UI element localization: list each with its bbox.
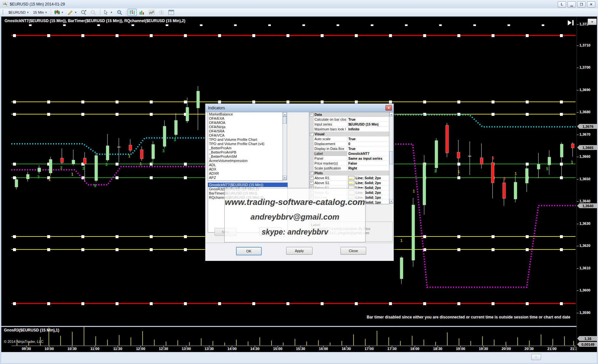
property-value[interactable]: GnostickNT7 — [347, 151, 389, 156]
indicator-list-item[interactable]: ADX — [208, 167, 283, 171]
property-gutter: − — [309, 132, 314, 136]
indicator-list-item[interactable]: TPO and Volume Profile Chart — [208, 138, 283, 142]
indicator-list-item[interactable]: _BetterProAmSM — [208, 155, 283, 159]
property-row[interactable]: Price marker(s)False — [309, 161, 389, 166]
scrollbar-grip-button[interactable]: ⁞⁞ — [531, 354, 541, 360]
svg-text:1: 1 — [515, 171, 517, 176]
scrollbar-thumb[interactable] — [389, 151, 393, 164]
property-value[interactable]: False — [347, 161, 389, 166]
property-row[interactable]: Maximum bars look lInfinite — [309, 127, 389, 132]
indicator-list-item[interactable]: OFA/MOA — [208, 121, 283, 125]
watermark-text: skype: andreybbrv — [218, 228, 371, 236]
property-row[interactable]: Calculate on bar closTrue — [309, 117, 389, 122]
indicator-list-item[interactable]: ADL — [208, 163, 283, 167]
available-list-scrollbar[interactable]: ▲ ▼ — [283, 112, 287, 180]
price-tick-dash — [577, 90, 578, 90]
svg-text:3: 3 — [434, 169, 437, 173]
panel-splitter[interactable] — [1, 326, 597, 327]
dialog-titlebar[interactable]: Indicators — [205, 104, 394, 112]
property-label: Above R1 — [314, 176, 347, 180]
property-gutter: − — [309, 171, 314, 175]
apply-button[interactable]: Apply — [286, 247, 313, 255]
property-row[interactable]: PanelSame as input series — [309, 156, 389, 161]
price-axis-dropdown[interactable]: ▼ — [588, 19, 597, 25]
expand-icon[interactable]: + — [310, 176, 313, 180]
svg-text:3: 3 — [162, 149, 165, 153]
indicator-list-item[interactable]: OFA/Ninja — [208, 125, 283, 129]
property-row[interactable]: −Plots — [309, 171, 389, 176]
time-axis-label: 12:00 — [136, 347, 145, 351]
expand-icon[interactable]: + — [310, 181, 313, 185]
property-row[interactable]: Displacement0 — [309, 142, 389, 146]
time-axis-label: 13:30 — [205, 347, 214, 351]
property-row[interactable]: −Data — [309, 112, 389, 117]
scroll-down-icon[interactable]: ▼ — [283, 176, 287, 180]
property-value[interactable]: 0 — [347, 142, 389, 146]
property-row[interactable]: +Above S1Line; Solid; 2px — [309, 181, 389, 185]
indicator-list-item[interactable]: _BetterProAm — [208, 146, 283, 150]
property-row[interactable]: −Visual — [309, 132, 389, 137]
property-value[interactable]: True — [347, 117, 389, 122]
indicator-list-item[interactable]: OFA/EXA — [208, 116, 283, 121]
property-row[interactable]: Display in Data BoxTrue — [309, 146, 389, 151]
scroll-up-icon[interactable]: ▲ — [389, 112, 393, 116]
property-gutter — [309, 146, 314, 151]
svg-text:5: 5 — [492, 156, 494, 160]
svg-text:1: 1 — [571, 160, 573, 165]
price-tick-label: 1,3660 — [579, 155, 591, 158]
property-row[interactable]: Auto scaleTrue — [309, 137, 389, 142]
svg-text:1: 1 — [128, 154, 131, 158]
property-value[interactable]: Right — [347, 166, 389, 170]
property-value[interactable]: Same as input series — [347, 156, 389, 161]
indicator-list-item[interactable]: APZ — [208, 176, 283, 180]
configured-indicator-item[interactable]: GnostickNT7($EURUSD (15 Min)) — [208, 183, 287, 187]
property-label: Visual — [314, 132, 325, 136]
property-label: Price marker(s) — [314, 161, 347, 166]
properties-scrollbar[interactable]: ▲ ▼ — [389, 112, 393, 204]
scroll-down-icon[interactable]: ▼ — [389, 199, 393, 203]
horizontal-scrollbar[interactable]: ⁞⁞ — [1, 352, 597, 363]
available-indicators-list[interactable]: MarketBalanceOFA/EXAOFA/MOAOFA/NinjaOFA/… — [208, 112, 283, 181]
property-label: Scale justification — [314, 166, 347, 170]
indicator-list-item[interactable]: ADXR — [208, 171, 283, 176]
indicators-dialog: Indicators ✕ MarketBalanceOFA/EXAOFA/MOA… — [205, 103, 394, 261]
indicator-list-item[interactable]: TPO and Volume Profile Chart (v4) — [208, 142, 283, 146]
price-tick-label: 1,3590 — [579, 311, 591, 315]
property-row[interactable]: +Above R1Line; Solid; 2px — [309, 176, 389, 181]
property-value[interactable]: Infinite — [347, 127, 389, 131]
indicator-list-item[interactable]: OFA/VCA — [208, 133, 283, 138]
ok-button[interactable]: OK — [236, 247, 262, 255]
property-row[interactable]: LabelGnostickNT7 — [309, 151, 389, 156]
indicator-list-item[interactable]: MarketBalance — [208, 112, 283, 116]
property-value[interactable]: True — [347, 137, 389, 141]
property-row[interactable]: Input series$EURUSD (15 Min) — [309, 122, 389, 127]
property-value[interactable]: $EURUSD (15 Min) — [347, 122, 389, 127]
dialog-close-button[interactable]: ✕ — [385, 105, 392, 111]
time-axis-label: 11:00 — [90, 347, 100, 351]
collapse-icon[interactable]: − — [310, 132, 313, 136]
property-gutter — [309, 151, 314, 156]
scrollbar-thumb[interactable] — [283, 116, 287, 124]
property-value[interactable]: Line; Solid; 2px — [347, 181, 389, 185]
price-marker: 1,3676 — [577, 124, 597, 129]
property-value[interactable]: True — [347, 146, 389, 151]
price-tick-label: 1,3690 — [579, 88, 591, 92]
property-row[interactable]: Scale justificationRight — [309, 166, 389, 171]
go-to-end-icon[interactable] — [567, 20, 575, 26]
property-gutter — [309, 156, 314, 161]
svg-text:5: 5 — [546, 167, 549, 171]
collapse-icon[interactable]: − — [310, 113, 313, 116]
price-axis[interactable]: ▼ 1,3721,37101,37001,36901,36801,36701,3… — [577, 17, 597, 352]
property-value[interactable]: Line; Solid; 2px — [347, 176, 389, 180]
dialog-footer: OK Apply Close — [205, 243, 394, 261]
scroll-up-icon[interactable]: ▲ — [283, 112, 287, 116]
collapse-icon[interactable]: − — [310, 171, 313, 175]
property-gutter — [309, 166, 314, 170]
indicator-list-item[interactable]: AcmeVolumeImpression — [208, 159, 283, 163]
indicator-list-item[interactable]: _BetterProAmPB — [208, 150, 283, 155]
time-axis-label: 18:30 — [433, 347, 442, 351]
close-dialog-button[interactable]: Close — [341, 247, 366, 255]
price-tick-label: 1,3600 — [579, 288, 591, 292]
time-axis-label: 14:00 — [228, 347, 237, 351]
indicator-list-item[interactable]: OFA/SRA — [208, 129, 283, 133]
